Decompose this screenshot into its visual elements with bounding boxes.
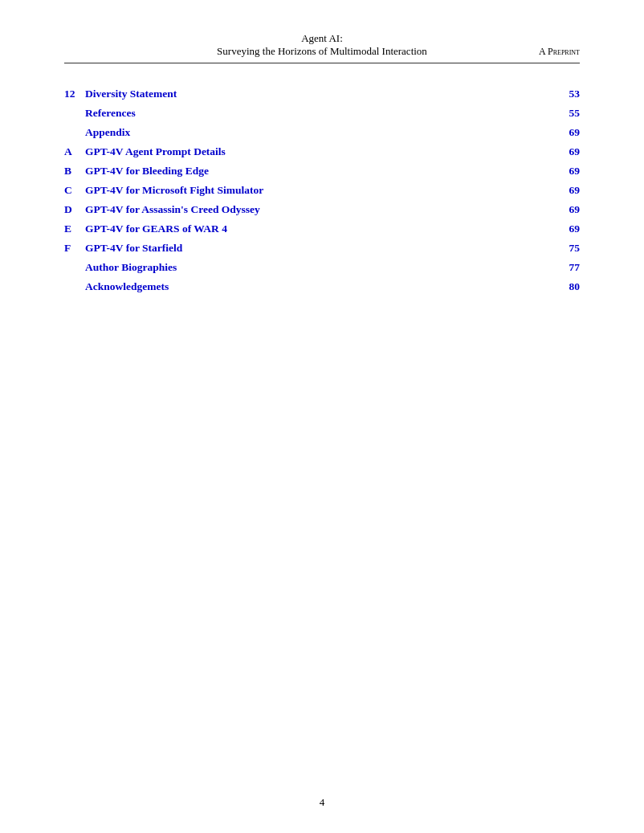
toc-left-c: C GPT-4V for Microsoft Fight Simulator [64,184,263,197]
toc-left-d: D GPT-4V for Assassin's Creed Odyssey [64,203,260,216]
toc-page-diversity: 53 [569,88,581,100]
toc-num-e: E [64,223,80,235]
toc-page-author-bio: 77 [569,261,581,274]
page-number: 4 [320,796,325,808]
toc-left-e: E GPT-4V for GEARS of WAR 4 [64,223,227,235]
toc-label-references: References [85,107,136,120]
toc-label-f: GPT-4V for Starfield [85,242,182,255]
toc-entry-a[interactable]: A GPT-4V Agent Prompt Details 69 [64,145,580,158]
toc-left-f: F GPT-4V for Starfield [64,242,182,255]
toc-entry-e[interactable]: E GPT-4V for GEARS of WAR 4 69 [64,223,580,235]
header-preprint: A Preprint [516,46,580,58]
toc-page-e: 69 [569,223,581,235]
toc-page-ack: 80 [569,280,581,293]
header-title-main: Agent AI: [128,32,516,45]
toc-num-12: 12 [64,88,80,100]
toc-page-d: 69 [569,203,581,216]
toc-label-a: GPT-4V Agent Prompt Details [85,145,226,158]
header-title-sub: Surveying the Horizons of Multimodal Int… [128,45,516,58]
toc-num-d: D [64,203,80,216]
header-title-block: Agent AI: Surveying the Horizons of Mult… [128,32,516,58]
toc-page-f: 75 [569,242,581,255]
toc-page-b: 69 [569,165,581,178]
toc-left-a: A GPT-4V Agent Prompt Details [64,145,226,158]
toc-page-a: 69 [569,145,581,158]
page-header: Agent AI: Surveying the Horizons of Mult… [64,32,580,63]
toc-label-ack: Acknowledgemets [85,280,169,293]
toc-entry-f[interactable]: F GPT-4V for Starfield 75 [64,242,580,255]
toc-page-references: 55 [569,107,581,120]
document-page: Agent AI: Surveying the Horizons of Mult… [0,0,644,833]
toc-left-references: References [64,107,136,120]
page-footer: 4 [0,796,644,809]
toc-entry-b[interactable]: B GPT-4V for Bleeding Edge 69 [64,165,580,178]
toc-entry-references[interactable]: References 55 [64,107,580,120]
toc-label-d: GPT-4V for Assassin's Creed Odyssey [85,203,260,216]
toc-num-a: A [64,145,80,158]
toc-entry-ack[interactable]: Acknowledgemets 80 [64,280,580,293]
toc-left-author-bio: Author Biographies [64,261,177,274]
toc-page-c: 69 [569,184,581,197]
toc-left-ack: Acknowledgemets [64,280,169,293]
toc-left-diversity: 12 Diversity Statement [64,88,177,100]
toc-num-b: B [64,165,80,178]
toc-num-f: F [64,242,80,255]
toc-label-c: GPT-4V for Microsoft Fight Simulator [85,184,263,197]
toc-label-appendix: Appendix [85,126,130,139]
table-of-contents: 12 Diversity Statement 53 References 55 … [64,88,580,293]
toc-page-appendix: 69 [569,126,581,139]
toc-entry-appendix[interactable]: Appendix 69 [64,126,580,139]
toc-label-author-bio: Author Biographies [85,261,177,274]
toc-entry-diversity[interactable]: 12 Diversity Statement 53 [64,88,580,100]
toc-num-c: C [64,184,80,197]
toc-label-b: GPT-4V for Bleeding Edge [85,165,209,178]
toc-left-b: B GPT-4V for Bleeding Edge [64,165,209,178]
toc-entry-author-bio[interactable]: Author Biographies 77 [64,261,580,274]
toc-entry-d[interactable]: D GPT-4V for Assassin's Creed Odyssey 69 [64,203,580,216]
toc-label-diversity: Diversity Statement [85,88,177,100]
toc-entry-c[interactable]: C GPT-4V for Microsoft Fight Simulator 6… [64,184,580,197]
toc-left-appendix: Appendix [64,126,130,139]
toc-label-e: GPT-4V for GEARS of WAR 4 [85,223,227,235]
